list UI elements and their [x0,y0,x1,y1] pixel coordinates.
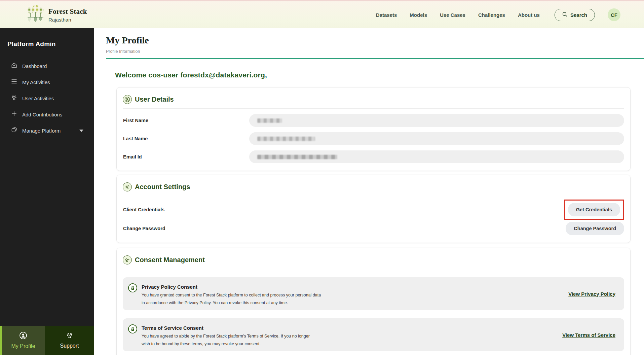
sidebar-item-dashboard[interactable]: Dashboard [0,58,94,74]
user-details-icon [123,95,132,104]
email-input[interactable] [249,150,624,163]
home-icon [11,62,17,70]
redacted-value [257,118,282,123]
field-label: First Name [123,118,249,123]
sidebar-title: Platform Admin [7,40,94,48]
field-row-first-name: First Name [123,114,624,127]
menu-icon [11,78,17,86]
account-settings-icon [123,182,132,191]
highlight-annotation-box: Get Credentials [564,200,624,220]
brand-subtitle: Rajasthan [48,17,87,23]
privacy-policy-consent-box: Privacy Policy Consent You have granted … [123,277,624,310]
lock-icon [128,283,137,292]
chevron-down-icon [79,130,83,132]
nav-use-cases[interactable]: Use Cases [440,12,465,18]
field-label: Last Name [123,136,249,141]
user-avatar[interactable]: CF [608,8,620,21]
client-credentials-row: Client Credentials Get Credentials [123,200,624,220]
sidebar-item-manage-platform[interactable]: Manage Platform [0,122,94,139]
sidebar-item-label: Manage Platform [22,128,61,134]
field-label: Email Id [123,154,249,159]
sidebar-footer-support[interactable]: Support [45,326,94,355]
header-nav: Datasets Models Use Cases Challenges Abo… [376,8,620,21]
sidebar-item-label: My Activities [22,79,50,85]
footer-item-label: Support [60,343,79,349]
brand[interactable]: Forest Stack Rajasthan [26,5,87,25]
divider [123,196,624,196]
page-subtitle: Profile Information [106,49,644,54]
divider [123,108,624,109]
consent-item-text: wish to be bound by these terms, you may… [142,342,310,346]
teal-divider [106,58,644,59]
consent-item-text: You have granted consent to the Forest S… [142,293,321,297]
search-label: Search [570,12,587,18]
view-terms-of-service-link[interactable]: View Terms of Service [562,332,615,338]
sidebar-item-label: Dashboard [22,63,47,69]
nav-datasets[interactable]: Datasets [376,12,397,18]
redacted-value [257,155,337,159]
field-row-email: Email Id [123,150,624,163]
get-credentials-button[interactable]: Get Credentials [568,203,620,216]
row-label: Change Password [123,226,165,231]
first-name-input[interactable] [249,114,624,127]
person-circle-icon [19,331,27,341]
card-title: Consent Management [135,256,205,264]
sidebar-item-label: Add Contributions [22,112,62,117]
change-password-row: Change Password Change Password [123,222,624,235]
welcome-message: Welcome cos-user forestdx@datakaveri.org… [115,71,644,79]
page-title: My Profile [106,35,644,46]
sidebar-item-add-contributions[interactable]: Add Contributions [0,106,94,122]
change-password-button[interactable]: Change Password [566,222,624,235]
nav-about-us[interactable]: About us [518,12,540,18]
last-name-input[interactable] [249,132,624,145]
forest-stack-logo-icon [26,5,44,25]
nav-challenges[interactable]: Challenges [478,12,505,18]
sidebar: Platform Admin Dashboard My Activities U… [0,28,94,355]
terms-of-service-consent-box: Terms of Service Consent You have agreed… [123,318,624,351]
search-icon [562,12,568,18]
lock-icon [128,324,137,333]
view-privacy-policy-link[interactable]: View Privacy Policy [568,291,615,297]
card-title: Account Settings [135,183,190,191]
footer-item-label: My Profile [11,343,35,349]
divider [123,269,624,269]
row-label: Client Credentials [123,207,164,212]
consent-item-title: Terms of Service Consent [142,325,310,331]
user-details-card: User Details First Name Last Name Email … [116,87,631,171]
consent-management-card: Consent Management Privacy Policy Consen… [116,248,631,355]
sidebar-footer: My Profile Support [0,326,94,355]
consent-item-text: You have agreed to abide by the Forest S… [142,334,310,339]
consent-gavel-icon [123,255,132,264]
sidebar-item-user-activities[interactable]: User Activities [0,90,94,106]
sidebar-item-my-activities[interactable]: My Activities [0,74,94,90]
nav-models[interactable]: Models [410,12,427,18]
sidebar-footer-my-profile[interactable]: My Profile [0,326,45,355]
field-row-last-name: Last Name [123,132,624,145]
consent-item-text: in accordance with the Privacy Policy. Y… [142,300,321,305]
sidebar-item-label: User Activities [22,96,54,101]
redacted-value [257,137,315,141]
plus-icon [11,110,17,118]
support-group-icon [66,332,73,341]
card-title: User Details [135,96,174,103]
users-icon [11,94,17,102]
app-header: Forest Stack Rajasthan Datasets Models U… [0,1,644,28]
consent-item-title: Privacy Policy Consent [142,284,321,290]
search-button[interactable]: Search [555,9,595,21]
main-content: My Profile Profile Information Welcome c… [94,28,644,355]
layers-icon [11,127,17,135]
account-settings-card: Account Settings Client Credentials Get … [116,175,631,243]
brand-title: Forest Stack [48,7,87,16]
